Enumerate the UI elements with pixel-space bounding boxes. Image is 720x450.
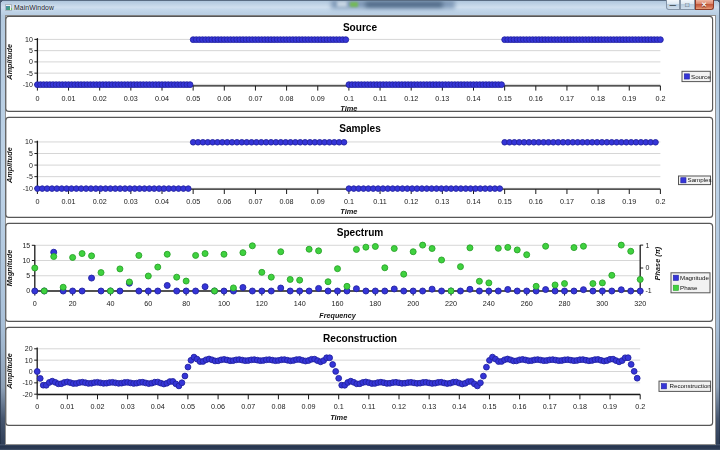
svg-text:Reconstruction: Reconstruction — [670, 382, 712, 389]
svg-text:0.06: 0.06 — [211, 402, 225, 411]
svg-text:10: 10 — [22, 257, 30, 264]
svg-text:0.13: 0.13 — [435, 197, 449, 206]
svg-text:-10: -10 — [22, 379, 32, 386]
svg-text:-20: -20 — [22, 391, 32, 398]
svg-text:Source: Source — [343, 22, 378, 33]
svg-text:0.03: 0.03 — [121, 402, 135, 411]
svg-text:0.1: 0.1 — [334, 402, 344, 411]
svg-text:0: 0 — [645, 264, 649, 271]
svg-text:Magnitude: Magnitude — [5, 250, 14, 286]
svg-text:Amplitude: Amplitude — [5, 353, 14, 390]
svg-text:0.01: 0.01 — [60, 402, 74, 411]
svg-text:Reconstruction: Reconstruction — [323, 333, 397, 344]
svg-text:Amplitude: Amplitude — [5, 147, 14, 184]
svg-text:0.04: 0.04 — [151, 402, 165, 411]
svg-text:0.08: 0.08 — [271, 402, 285, 411]
svg-text:Phase: Phase — [680, 284, 698, 291]
svg-text:300: 300 — [596, 299, 608, 308]
svg-text:0.09: 0.09 — [311, 94, 325, 103]
svg-text:240: 240 — [483, 299, 495, 308]
svg-text:0.11: 0.11 — [362, 402, 375, 411]
svg-text:0.15: 0.15 — [498, 197, 512, 206]
svg-text:0.2: 0.2 — [655, 197, 665, 206]
svg-text:120: 120 — [256, 299, 268, 308]
svg-text:0: 0 — [35, 197, 39, 206]
svg-text:160: 160 — [332, 299, 344, 308]
svg-text:0.18: 0.18 — [573, 402, 587, 411]
svg-text:200: 200 — [407, 299, 419, 308]
svg-text:0.14: 0.14 — [467, 197, 481, 206]
svg-text:0.05: 0.05 — [181, 402, 195, 411]
svg-text:Samples: Samples — [688, 176, 712, 183]
svg-text:Time: Time — [340, 104, 357, 113]
svg-text:0.05: 0.05 — [186, 197, 200, 206]
svg-text:0.02: 0.02 — [93, 94, 107, 103]
svg-text:5: 5 — [29, 150, 33, 157]
svg-text:0.14: 0.14 — [467, 94, 481, 103]
svg-text:0.13: 0.13 — [422, 402, 436, 411]
svg-text:20: 20 — [69, 299, 77, 308]
svg-text:0.17: 0.17 — [560, 197, 574, 206]
svg-text:180: 180 — [369, 299, 381, 308]
svg-text:0.08: 0.08 — [280, 197, 294, 206]
svg-text:0.19: 0.19 — [622, 94, 636, 103]
svg-text:0: 0 — [26, 287, 30, 294]
svg-text:-1: -1 — [645, 287, 651, 294]
svg-text:0.2: 0.2 — [655, 94, 665, 103]
svg-text:100: 100 — [218, 299, 230, 308]
svg-text:0.07: 0.07 — [241, 402, 255, 411]
svg-text:10: 10 — [25, 36, 33, 43]
svg-text:0.02: 0.02 — [93, 197, 107, 206]
svg-text:Samples: Samples — [339, 123, 381, 134]
svg-text:0.16: 0.16 — [529, 94, 543, 103]
svg-text:0.15: 0.15 — [482, 402, 496, 411]
svg-text:15: 15 — [22, 242, 30, 249]
svg-text:1: 1 — [645, 242, 649, 249]
svg-text:0.12: 0.12 — [404, 94, 418, 103]
svg-text:0.18: 0.18 — [591, 94, 605, 103]
svg-text:-10: -10 — [23, 185, 33, 192]
svg-text:0.11: 0.11 — [373, 197, 386, 206]
svg-text:0.12: 0.12 — [392, 402, 406, 411]
svg-text:0.14: 0.14 — [452, 402, 466, 411]
svg-text:0.05: 0.05 — [186, 94, 200, 103]
svg-text:220: 220 — [445, 299, 457, 308]
svg-text:40: 40 — [106, 299, 114, 308]
svg-text:0.15: 0.15 — [498, 94, 512, 103]
svg-text:0.12: 0.12 — [404, 197, 418, 206]
svg-text:0.19: 0.19 — [603, 402, 617, 411]
svg-text:20: 20 — [25, 345, 33, 352]
svg-text:-5: -5 — [27, 70, 33, 77]
svg-text:260: 260 — [521, 299, 533, 308]
svg-text:Phase (π): Phase (π) — [653, 246, 662, 280]
svg-text:0.01: 0.01 — [62, 94, 76, 103]
svg-text:0.16: 0.16 — [529, 197, 543, 206]
svg-text:-5: -5 — [27, 173, 33, 180]
svg-text:280: 280 — [559, 299, 571, 308]
svg-text:0.16: 0.16 — [513, 402, 527, 411]
svg-text:0.1: 0.1 — [344, 197, 354, 206]
svg-text:0.13: 0.13 — [435, 94, 449, 103]
svg-text:0.11: 0.11 — [373, 94, 386, 103]
svg-text:0.09: 0.09 — [311, 197, 325, 206]
svg-text:0.04: 0.04 — [155, 197, 169, 206]
svg-text:0.04: 0.04 — [155, 94, 169, 103]
svg-text:Source: Source — [691, 73, 711, 80]
svg-text:0.17: 0.17 — [543, 402, 557, 411]
svg-text:0.03: 0.03 — [124, 94, 138, 103]
svg-text:0.17: 0.17 — [560, 94, 574, 103]
svg-text:0: 0 — [35, 402, 39, 411]
svg-text:Spectrum: Spectrum — [337, 227, 384, 238]
svg-text:Time: Time — [340, 207, 357, 216]
svg-text:0: 0 — [29, 58, 33, 65]
svg-text:0.07: 0.07 — [248, 94, 262, 103]
svg-text:320: 320 — [634, 299, 646, 308]
svg-text:10: 10 — [25, 357, 33, 364]
svg-text:Magnitude: Magnitude — [680, 274, 709, 281]
svg-text:Frequency: Frequency — [319, 311, 356, 320]
svg-text:5: 5 — [29, 47, 33, 54]
svg-text:10: 10 — [25, 138, 33, 145]
svg-text:0.06: 0.06 — [217, 94, 231, 103]
svg-text:0.03: 0.03 — [124, 197, 138, 206]
svg-text:0: 0 — [29, 368, 33, 375]
